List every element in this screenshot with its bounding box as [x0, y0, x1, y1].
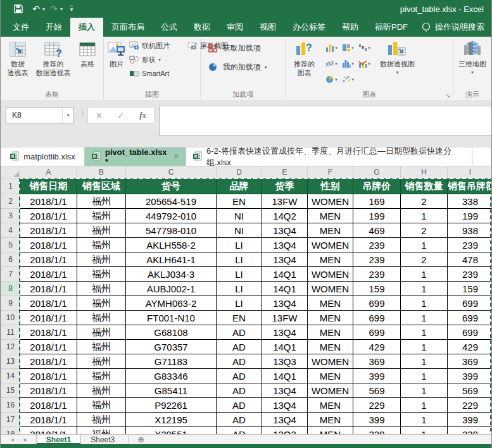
cell[interactable]: 469 — [353, 223, 401, 238]
cell[interactable]: WOMEN — [308, 383, 353, 398]
file-tab[interactable]: 6-2-将报表快速设置成按年、季度、月进行汇总—日期型数据快速分组.xlsx — [186, 147, 472, 166]
insert-line-chart-button[interactable]: ▾ — [323, 56, 339, 72]
cell[interactable]: 2 — [401, 252, 448, 267]
column-header-G[interactable]: G — [353, 166, 401, 178]
cell[interactable]: 2018/1/1 — [20, 354, 77, 369]
menu-tab-办公标签[interactable]: 办公标签 — [284, 18, 334, 37]
cell[interactable]: 2018/1/1 — [20, 296, 77, 311]
cell[interactable]: 169 — [353, 194, 401, 209]
column-header-A[interactable]: A — [20, 166, 77, 178]
cell[interactable]: NI — [217, 223, 262, 238]
my-addins-button[interactable]: 我的加载项 ▾ — [206, 58, 269, 77]
cell[interactable]: AYMH063-2 — [126, 296, 217, 311]
cell[interactable]: 1 — [401, 354, 448, 369]
cell[interactable]: 699 — [448, 325, 492, 340]
cell[interactable]: LI — [217, 252, 262, 267]
row-header[interactable]: 6 — [1, 252, 20, 267]
cell[interactable]: G71183 — [126, 354, 217, 369]
cell[interactable]: LI — [217, 296, 262, 311]
cell[interactable]: WOMEN — [308, 282, 353, 296]
cell[interactable]: 699 — [353, 296, 401, 311]
cell[interactable]: 2018/1/1 — [20, 398, 77, 413]
cell[interactable]: WOMEN — [308, 354, 353, 369]
cell[interactable]: 369 — [353, 354, 401, 369]
cell[interactable]: MEN — [308, 413, 353, 427]
header-cell[interactable]: 销售数量 — [401, 178, 448, 194]
cell[interactable]: 239 — [353, 252, 401, 267]
cell[interactable]: LI — [217, 238, 262, 252]
file-tab-close-icon[interactable]: ✕ — [173, 152, 179, 161]
cell[interactable]: 福州 — [77, 209, 126, 223]
cell[interactable]: 1 — [401, 267, 448, 282]
header-cell[interactable]: 销售区域 — [77, 178, 126, 194]
name-box-dropdown-icon[interactable]: ▾ — [62, 108, 73, 123]
cell[interactable]: 1 — [401, 427, 448, 435]
cell[interactable]: 2018/1/1 — [20, 194, 77, 209]
shapes-button[interactable]: 形状 ▾ — [127, 53, 186, 66]
cell[interactable]: WOMEN — [308, 194, 353, 209]
menu-tab-帮助[interactable]: 帮助 — [334, 18, 367, 37]
cell[interactable]: AD — [217, 427, 262, 435]
cell[interactable]: MEN — [308, 311, 353, 325]
cell[interactable]: 229 — [353, 398, 401, 413]
row-header[interactable]: 9 — [1, 296, 20, 311]
cell[interactable]: MEN — [308, 340, 353, 354]
cell[interactable]: 2018/1/1 — [20, 369, 77, 383]
header-cell[interactable]: 货号 — [126, 178, 217, 194]
cell[interactable]: AKLH558-2 — [126, 238, 217, 252]
cell[interactable]: 1 — [401, 209, 448, 223]
cell[interactable]: 福州 — [77, 369, 126, 383]
column-header-C[interactable]: C — [126, 166, 217, 178]
cell[interactable]: 13Q3 — [262, 354, 308, 369]
column-header-H[interactable]: H — [401, 166, 448, 178]
cell[interactable]: NI — [217, 209, 262, 223]
cell[interactable]: 13FW — [262, 311, 308, 325]
header-cell[interactable]: 性别 — [308, 178, 353, 194]
menu-tab-福昕PDF[interactable]: 福昕PDF — [367, 18, 416, 37]
cell[interactable]: 699 — [448, 296, 492, 311]
pivotchart-dropdown-icon[interactable]: ▾ — [396, 70, 398, 76]
cell[interactable]: 13Q4 — [262, 238, 308, 252]
cell[interactable]: 福州 — [77, 238, 126, 252]
my-addins-dropdown-icon[interactable]: ▾ — [265, 65, 267, 70]
cell[interactable]: AD — [217, 383, 262, 398]
menu-tab-插入[interactable]: 插入 — [70, 18, 103, 37]
insert-scatter-chart-button[interactable]: ▾ — [339, 72, 356, 87]
cell[interactable]: 547798-010 — [126, 223, 217, 238]
cell[interactable]: 13Q4 — [262, 223, 308, 238]
cell[interactable]: 2018/1/1 — [20, 383, 77, 398]
insert-pie-chart-button[interactable]: ▾ — [323, 72, 339, 87]
menu-tab-数据[interactable]: 数据 — [186, 18, 218, 37]
cell[interactable]: 229 — [448, 398, 492, 413]
cell[interactable]: 2018/1/1 — [20, 238, 77, 252]
cell[interactable]: G83346 — [126, 369, 217, 383]
cell[interactable]: 2018/1/1 — [20, 282, 77, 296]
cell[interactable]: 199 — [448, 209, 492, 223]
cell[interactable]: 福州 — [77, 223, 126, 238]
cell[interactable]: 福州 — [77, 252, 126, 267]
cell[interactable]: P92261 — [126, 398, 217, 413]
cell[interactable]: 福州 — [77, 427, 126, 435]
sheet-tab-Sheet3[interactable]: Sheet3 — [81, 435, 124, 444]
pivotchart-button[interactable]: 数据透视图 ▾ — [374, 39, 420, 76]
cell[interactable]: 429 — [353, 340, 401, 354]
row-header[interactable]: 8 — [1, 282, 20, 296]
cell[interactable]: AD — [217, 340, 262, 354]
cell[interactable]: 1 — [401, 340, 448, 354]
cell[interactable]: 14Q1 — [262, 369, 308, 383]
cell[interactable]: 239 — [448, 267, 492, 282]
column-header-F[interactable]: F — [308, 166, 353, 178]
cell[interactable]: 2018/1/1 — [20, 209, 77, 223]
cell[interactable]: 239 — [353, 267, 401, 282]
row-header[interactable]: 18 — [1, 427, 20, 435]
cell[interactable]: 239 — [353, 238, 401, 252]
row-header[interactable]: 4 — [1, 223, 20, 238]
enter-icon[interactable]: ✓ — [118, 111, 125, 120]
menu-tab-视图[interactable]: 视图 — [251, 18, 284, 37]
cell[interactable]: 1 — [401, 369, 448, 383]
cell[interactable]: 2018/1/1 — [20, 252, 77, 267]
pictures-button[interactable]: 图片 — [106, 39, 127, 69]
cell[interactable]: FT001-N10 — [126, 311, 217, 325]
cell[interactable]: 399 — [448, 413, 492, 427]
cell[interactable]: G85411 — [126, 383, 217, 398]
